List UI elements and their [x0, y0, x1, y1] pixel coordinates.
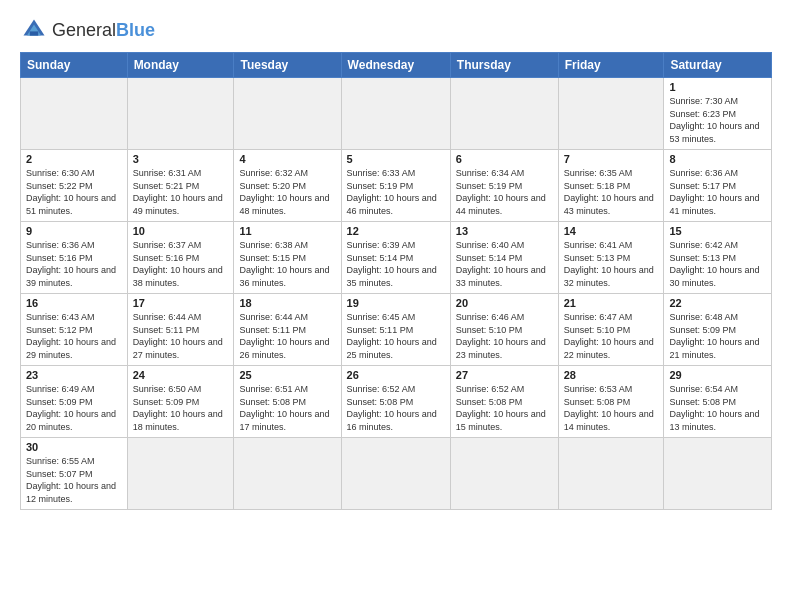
calendar-cell: 7Sunrise: 6:35 AMSunset: 5:18 PMDaylight… [558, 150, 664, 222]
calendar-cell [558, 78, 664, 150]
day-info: Sunrise: 6:34 AMSunset: 5:19 PMDaylight:… [456, 167, 553, 217]
day-number: 9 [26, 225, 122, 237]
calendar-cell: 4Sunrise: 6:32 AMSunset: 5:20 PMDaylight… [234, 150, 341, 222]
day-info: Sunrise: 6:52 AMSunset: 5:08 PMDaylight:… [456, 383, 553, 433]
day-info: Sunrise: 6:30 AMSunset: 5:22 PMDaylight:… [26, 167, 122, 217]
calendar-cell: 28Sunrise: 6:53 AMSunset: 5:08 PMDayligh… [558, 366, 664, 438]
calendar-cell: 6Sunrise: 6:34 AMSunset: 5:19 PMDaylight… [450, 150, 558, 222]
day-number: 14 [564, 225, 659, 237]
day-info: Sunrise: 6:44 AMSunset: 5:11 PMDaylight:… [133, 311, 229, 361]
calendar-cell: 22Sunrise: 6:48 AMSunset: 5:09 PMDayligh… [664, 294, 772, 366]
day-number: 7 [564, 153, 659, 165]
calendar-week-row: 2Sunrise: 6:30 AMSunset: 5:22 PMDaylight… [21, 150, 772, 222]
day-number: 11 [239, 225, 335, 237]
calendar-cell [127, 78, 234, 150]
calendar-cell [127, 438, 234, 510]
calendar-cell [450, 78, 558, 150]
day-number: 20 [456, 297, 553, 309]
day-info: Sunrise: 6:47 AMSunset: 5:10 PMDaylight:… [564, 311, 659, 361]
calendar-cell: 24Sunrise: 6:50 AMSunset: 5:09 PMDayligh… [127, 366, 234, 438]
calendar-week-row: 9Sunrise: 6:36 AMSunset: 5:16 PMDaylight… [21, 222, 772, 294]
day-info: Sunrise: 6:53 AMSunset: 5:08 PMDaylight:… [564, 383, 659, 433]
logo: GeneralBlue [20, 16, 155, 44]
day-info: Sunrise: 6:43 AMSunset: 5:12 PMDaylight:… [26, 311, 122, 361]
calendar-cell: 21Sunrise: 6:47 AMSunset: 5:10 PMDayligh… [558, 294, 664, 366]
calendar-week-row: 1Sunrise: 7:30 AMSunset: 6:23 PMDaylight… [21, 78, 772, 150]
day-number: 13 [456, 225, 553, 237]
day-number: 4 [239, 153, 335, 165]
day-number: 26 [347, 369, 445, 381]
day-number: 30 [26, 441, 122, 453]
day-number: 5 [347, 153, 445, 165]
calendar-cell: 27Sunrise: 6:52 AMSunset: 5:08 PMDayligh… [450, 366, 558, 438]
logo-text: GeneralBlue [52, 21, 155, 40]
calendar-table: Sunday Monday Tuesday Wednesday Thursday… [20, 52, 772, 510]
calendar-cell [341, 78, 450, 150]
day-info: Sunrise: 7:30 AMSunset: 6:23 PMDaylight:… [669, 95, 766, 145]
day-info: Sunrise: 6:44 AMSunset: 5:11 PMDaylight:… [239, 311, 335, 361]
calendar-cell: 23Sunrise: 6:49 AMSunset: 5:09 PMDayligh… [21, 366, 128, 438]
day-info: Sunrise: 6:55 AMSunset: 5:07 PMDaylight:… [26, 455, 122, 505]
calendar-cell [234, 78, 341, 150]
calendar-cell: 26Sunrise: 6:52 AMSunset: 5:08 PMDayligh… [341, 366, 450, 438]
day-info: Sunrise: 6:49 AMSunset: 5:09 PMDaylight:… [26, 383, 122, 433]
calendar-week-row: 23Sunrise: 6:49 AMSunset: 5:09 PMDayligh… [21, 366, 772, 438]
day-number: 29 [669, 369, 766, 381]
day-number: 18 [239, 297, 335, 309]
day-number: 21 [564, 297, 659, 309]
col-saturday: Saturday [664, 53, 772, 78]
calendar-cell [450, 438, 558, 510]
day-info: Sunrise: 6:36 AMSunset: 5:17 PMDaylight:… [669, 167, 766, 217]
calendar-cell: 5Sunrise: 6:33 AMSunset: 5:19 PMDaylight… [341, 150, 450, 222]
calendar-week-row: 30Sunrise: 6:55 AMSunset: 5:07 PMDayligh… [21, 438, 772, 510]
day-info: Sunrise: 6:52 AMSunset: 5:08 PMDaylight:… [347, 383, 445, 433]
col-friday: Friday [558, 53, 664, 78]
col-wednesday: Wednesday [341, 53, 450, 78]
day-number: 16 [26, 297, 122, 309]
day-number: 17 [133, 297, 229, 309]
calendar-cell: 2Sunrise: 6:30 AMSunset: 5:22 PMDaylight… [21, 150, 128, 222]
day-info: Sunrise: 6:45 AMSunset: 5:11 PMDaylight:… [347, 311, 445, 361]
calendar-cell: 15Sunrise: 6:42 AMSunset: 5:13 PMDayligh… [664, 222, 772, 294]
day-number: 6 [456, 153, 553, 165]
day-number: 8 [669, 153, 766, 165]
day-info: Sunrise: 6:42 AMSunset: 5:13 PMDaylight:… [669, 239, 766, 289]
col-thursday: Thursday [450, 53, 558, 78]
calendar-cell: 18Sunrise: 6:44 AMSunset: 5:11 PMDayligh… [234, 294, 341, 366]
calendar-cell: 9Sunrise: 6:36 AMSunset: 5:16 PMDaylight… [21, 222, 128, 294]
col-sunday: Sunday [21, 53, 128, 78]
day-info: Sunrise: 6:37 AMSunset: 5:16 PMDaylight:… [133, 239, 229, 289]
day-info: Sunrise: 6:35 AMSunset: 5:18 PMDaylight:… [564, 167, 659, 217]
col-tuesday: Tuesday [234, 53, 341, 78]
day-info: Sunrise: 6:50 AMSunset: 5:09 PMDaylight:… [133, 383, 229, 433]
day-number: 3 [133, 153, 229, 165]
day-info: Sunrise: 6:54 AMSunset: 5:08 PMDaylight:… [669, 383, 766, 433]
day-info: Sunrise: 6:31 AMSunset: 5:21 PMDaylight:… [133, 167, 229, 217]
calendar-cell: 29Sunrise: 6:54 AMSunset: 5:08 PMDayligh… [664, 366, 772, 438]
calendar-page: GeneralBlue Sunday Monday Tuesday Wednes… [0, 0, 792, 612]
day-number: 28 [564, 369, 659, 381]
day-info: Sunrise: 6:48 AMSunset: 5:09 PMDaylight:… [669, 311, 766, 361]
day-info: Sunrise: 6:51 AMSunset: 5:08 PMDaylight:… [239, 383, 335, 433]
calendar-cell: 16Sunrise: 6:43 AMSunset: 5:12 PMDayligh… [21, 294, 128, 366]
calendar-cell: 13Sunrise: 6:40 AMSunset: 5:14 PMDayligh… [450, 222, 558, 294]
day-number: 23 [26, 369, 122, 381]
calendar-cell: 8Sunrise: 6:36 AMSunset: 5:17 PMDaylight… [664, 150, 772, 222]
day-info: Sunrise: 6:38 AMSunset: 5:15 PMDaylight:… [239, 239, 335, 289]
calendar-cell [234, 438, 341, 510]
calendar-cell: 11Sunrise: 6:38 AMSunset: 5:15 PMDayligh… [234, 222, 341, 294]
calendar-cell: 14Sunrise: 6:41 AMSunset: 5:13 PMDayligh… [558, 222, 664, 294]
svg-rect-2 [30, 31, 38, 35]
day-number: 22 [669, 297, 766, 309]
day-info: Sunrise: 6:32 AMSunset: 5:20 PMDaylight:… [239, 167, 335, 217]
day-number: 1 [669, 81, 766, 93]
calendar-cell: 10Sunrise: 6:37 AMSunset: 5:16 PMDayligh… [127, 222, 234, 294]
day-info: Sunrise: 6:46 AMSunset: 5:10 PMDaylight:… [456, 311, 553, 361]
calendar-cell: 3Sunrise: 6:31 AMSunset: 5:21 PMDaylight… [127, 150, 234, 222]
calendar-cell: 25Sunrise: 6:51 AMSunset: 5:08 PMDayligh… [234, 366, 341, 438]
col-monday: Monday [127, 53, 234, 78]
logo-icon [20, 16, 48, 44]
day-info: Sunrise: 6:40 AMSunset: 5:14 PMDaylight:… [456, 239, 553, 289]
day-number: 15 [669, 225, 766, 237]
calendar-week-row: 16Sunrise: 6:43 AMSunset: 5:12 PMDayligh… [21, 294, 772, 366]
